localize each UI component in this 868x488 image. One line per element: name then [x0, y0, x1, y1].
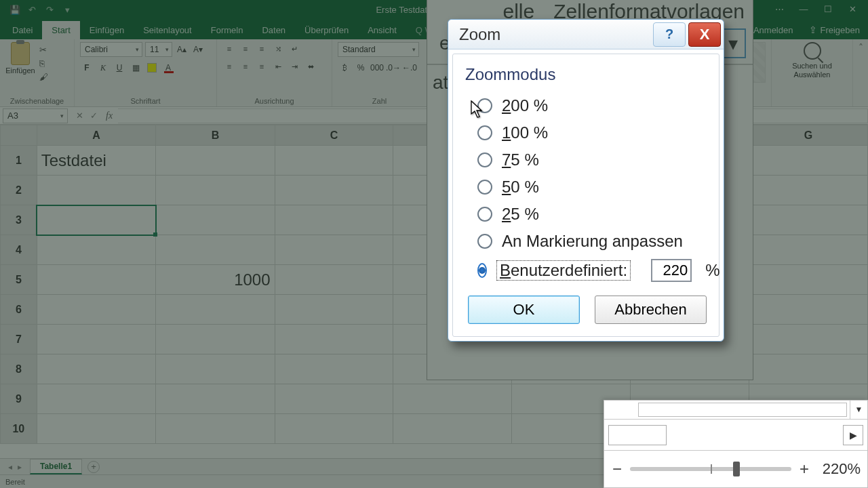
name-box[interactable]: A3	[3, 108, 68, 123]
cell-a1[interactable]: Testdatei	[37, 146, 156, 176]
collapse-ribbon-icon[interactable]: ˄	[853, 39, 868, 106]
row-header[interactable]: 1	[1, 146, 37, 176]
row-header[interactable]: 5	[1, 265, 37, 295]
add-sheet-button[interactable]: +	[87, 461, 100, 473]
paste-button[interactable]: Einfügen	[5, 42, 35, 75]
align-top-icon[interactable]: ≡	[222, 42, 236, 56]
align-middle-icon[interactable]: ≡	[239, 42, 252, 56]
row-header[interactable]: 6	[1, 295, 37, 325]
zoom-combo-dropdown-icon[interactable]: ▼	[850, 401, 867, 419]
sheet-tab-1[interactable]: Tabelle1	[30, 459, 82, 474]
increase-decimal-icon[interactable]: .0→	[387, 61, 400, 75]
undo-icon[interactable]: ↶	[27, 5, 37, 15]
share-button[interactable]: ⇪Freigeben	[801, 20, 868, 39]
orientation-icon[interactable]: ⤭	[271, 42, 285, 56]
zoom-out-button[interactable]: −	[611, 460, 623, 479]
percent-icon[interactable]: %	[354, 61, 368, 75]
cancel-entry-icon[interactable]: ✕	[76, 110, 83, 121]
zoom-option-50[interactable]: 50 %	[465, 174, 707, 201]
italic-button[interactable]: K	[96, 61, 110, 75]
col-header-c[interactable]: C	[275, 125, 393, 146]
font-size-combo[interactable]: 11	[145, 42, 172, 57]
zoom-option-25[interactable]: 25 %	[465, 201, 707, 228]
number-format-combo[interactable]: Standard	[338, 42, 419, 57]
cell-a3-selected[interactable]	[37, 205, 156, 235]
zoom-value-label[interactable]: 220%	[817, 460, 861, 478]
maximize-icon[interactable]: ☐	[816, 3, 840, 16]
zoom-option-fit-selection[interactable]: An Markierung anpassen	[465, 228, 707, 255]
custom-zoom-input[interactable]	[651, 259, 692, 282]
zoom-option-75[interactable]: 75 %	[465, 146, 707, 174]
find-label-2: Auswählen	[794, 70, 831, 79]
ribbon-options-icon[interactable]: ⋯	[768, 3, 791, 16]
comma-icon[interactable]: 000	[370, 61, 384, 75]
redo-icon[interactable]: ↷	[45, 5, 54, 15]
bold-button[interactable]: F	[80, 61, 94, 75]
sign-in[interactable]: Anmelden	[745, 21, 802, 39]
tab-seitenlayout[interactable]: Seitenlayout	[134, 21, 201, 39]
cell-b5[interactable]: 1000	[156, 265, 275, 295]
decrease-decimal-icon[interactable]: ←.0	[403, 61, 416, 75]
align-center-icon[interactable]: ≡	[239, 60, 252, 73]
font-name-combo[interactable]: Calibri	[80, 42, 142, 57]
tab-start[interactable]: Start	[42, 21, 79, 39]
close-icon[interactable]: ✕	[841, 3, 864, 16]
row-header[interactable]: 7	[1, 325, 37, 354]
row-header[interactable]: 4	[1, 235, 37, 265]
zoom-option-200[interactable]: 200 %	[465, 92, 707, 119]
row-header[interactable]: 10	[1, 414, 37, 444]
col-header-b[interactable]: B	[156, 125, 275, 146]
tab-ueberpruefen[interactable]: Überprüfen	[295, 21, 358, 39]
row-header[interactable]: 2	[1, 176, 37, 205]
decrease-indent-icon[interactable]: ⇤	[271, 60, 285, 73]
cut-icon[interactable]: ✂	[39, 45, 52, 54]
dialog-titlebar[interactable]: Zoom ? X	[448, 20, 724, 49]
increase-font-icon[interactable]: A▴	[175, 43, 189, 56]
borders-icon[interactable]: ▦	[129, 61, 142, 75]
accounting-icon[interactable]: ₿	[338, 61, 351, 75]
align-bottom-icon[interactable]: ≡	[255, 42, 269, 56]
row-header[interactable]: 9	[1, 384, 37, 414]
ok-button[interactable]: OK	[468, 296, 580, 324]
slider-thumb[interactable]	[733, 462, 740, 476]
font-color-button[interactable]: A	[161, 61, 175, 75]
confirm-entry-icon[interactable]: ✓	[90, 110, 98, 121]
align-right-icon[interactable]: ≡	[255, 60, 269, 73]
underline-button[interactable]: U	[113, 61, 126, 75]
row-header[interactable]: 8	[1, 354, 37, 384]
zoom-text-input[interactable]	[608, 425, 667, 445]
zoom-combo[interactable]	[638, 403, 847, 417]
dialog-help-button[interactable]: ?	[653, 22, 686, 47]
format-painter-icon[interactable]: 🖌	[39, 72, 52, 81]
tab-ansicht[interactable]: Ansicht	[358, 21, 406, 39]
find-select-button[interactable]: Suchen und Auswählen	[789, 42, 836, 79]
tab-einfuegen[interactable]: Einfügen	[80, 21, 134, 39]
tab-formeln[interactable]: Formeln	[201, 21, 253, 39]
row-header[interactable]: 3	[1, 205, 37, 235]
save-icon[interactable]: 💾	[9, 5, 19, 15]
zoom-option-custom[interactable]: Benutzerdefiniert: %	[465, 255, 707, 286]
tab-datei[interactable]: Datei	[3, 21, 42, 39]
copy-icon[interactable]: ⎘	[39, 58, 52, 68]
tab-scroll-left-icon[interactable]: ◂	[8, 462, 12, 472]
cancel-button[interactable]: Abbrechen	[595, 296, 707, 324]
minimize-icon[interactable]: —	[792, 3, 815, 16]
merge-icon[interactable]: ⬌	[304, 60, 317, 73]
tab-scroll-right-icon[interactable]: ▸	[18, 462, 22, 472]
hscroll-right-icon[interactable]: ▶	[843, 425, 863, 445]
col-header-a[interactable]: A	[37, 125, 156, 146]
qat-customize-icon[interactable]: ▾	[62, 5, 72, 15]
increase-indent-icon[interactable]: ⇥	[288, 60, 301, 73]
select-all-corner[interactable]	[1, 125, 37, 146]
fill-color-button[interactable]	[145, 61, 159, 75]
dialog-close-button[interactable]: X	[688, 22, 721, 47]
zoom-option-100[interactable]: 100 %	[465, 119, 707, 146]
align-left-icon[interactable]: ≡	[222, 60, 236, 73]
zoom-in-button[interactable]: +	[798, 460, 810, 479]
wrap-text-icon[interactable]: ↵	[288, 42, 301, 56]
tab-daten[interactable]: Daten	[252, 21, 295, 39]
fx-icon[interactable]: fx	[106, 110, 118, 121]
zoom-slider[interactable]	[630, 467, 791, 471]
col-header-g[interactable]: G	[749, 125, 868, 146]
decrease-font-icon[interactable]: A▾	[191, 43, 205, 56]
